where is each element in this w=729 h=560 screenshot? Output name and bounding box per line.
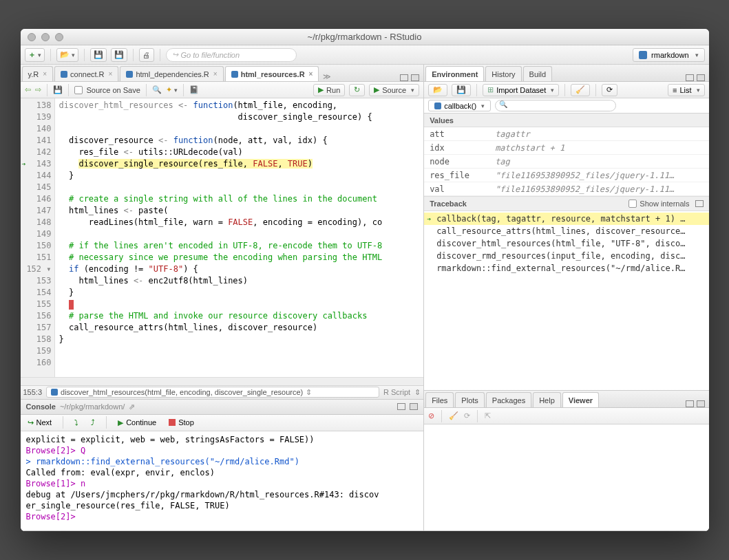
save-file-icon[interactable]	[53, 85, 63, 94]
source-tab[interactable]: html_dependencies.R×	[120, 66, 223, 81]
tab-build[interactable]: Build	[523, 66, 552, 81]
env-variable-row[interactable]: atttagattr	[424, 127, 708, 141]
maximize-pane-icon[interactable]	[411, 74, 419, 81]
source-tab[interactable]: connect.R×	[54, 66, 118, 81]
env-tabstrip: Environment History Build	[424, 65, 708, 82]
environment-scope-dropdown[interactable]: callback()	[428, 100, 491, 111]
env-variable-row[interactable]: val"file116953890952_files/jquery-1.11…	[424, 182, 708, 196]
show-internals-checkbox[interactable]: Show internals	[628, 200, 689, 208]
minimize-pane-icon[interactable]	[686, 74, 694, 81]
source-on-save-checkbox[interactable]	[74, 86, 83, 94]
viewer-tabstrip: Files Plots Packages Help Viewer	[424, 391, 708, 408]
nav-forward-icon[interactable]	[35, 85, 41, 94]
env-variable-row[interactable]: idxmatchstart + 1	[424, 141, 708, 155]
find-icon[interactable]	[152, 85, 162, 94]
tab-viewer[interactable]: Viewer	[562, 392, 599, 407]
minimize-pane-icon[interactable]	[400, 74, 408, 81]
collapse-traceback-icon[interactable]	[695, 200, 704, 207]
clear-viewer-icon[interactable]: 🧹	[449, 411, 458, 420]
more-tabs-button[interactable]: ≫	[319, 72, 335, 81]
refresh-icon: ⟳	[606, 85, 613, 94]
maximize-pane-icon[interactable]	[410, 403, 418, 410]
traceback-frame[interactable]: discover_rmd_resources(input_file, encod…	[424, 250, 708, 262]
maximize-pane-icon[interactable]	[697, 400, 705, 407]
notebook-icon[interactable]: 📓	[189, 85, 199, 94]
new-file-button[interactable]: ＋	[25, 48, 45, 62]
left-column: y.R× connect.R× html_dependencies.R× htm…	[21, 65, 425, 531]
viewer-content	[424, 424, 708, 530]
save-workspace-button[interactable]	[452, 84, 471, 96]
env-variable-row[interactable]: res_file"file116953890952_files/jquery-1…	[424, 169, 708, 182]
import-dataset-button[interactable]: ⊞Import Dataset	[483, 84, 559, 96]
step-out-button[interactable]: ⤴	[88, 417, 98, 428]
source-tab[interactable]: html_resources.R×	[225, 66, 319, 81]
refresh-env-button[interactable]: ⟳	[602, 84, 617, 96]
step-into-button[interactable]: ⤵	[72, 417, 81, 428]
source-button[interactable]: Source	[369, 84, 419, 96]
source-tab[interactable]: y.R×	[22, 66, 54, 81]
tab-history[interactable]: History	[485, 66, 521, 81]
remove-viewer-icon[interactable]: ⊘	[428, 411, 434, 420]
save-icon	[94, 50, 103, 59]
goto-dir-icon[interactable]: ⇗	[129, 402, 135, 411]
traceback-frame[interactable]: rmarkdown::find_external_resources("~/rm…	[424, 262, 708, 274]
step-out-icon: ⤴	[91, 418, 95, 427]
popout-viewer-icon[interactable]: ⇱	[485, 411, 491, 420]
tab-help[interactable]: Help	[533, 392, 561, 407]
file-type-label[interactable]: R Script	[383, 388, 410, 396]
close-icon[interactable]: ×	[43, 70, 47, 78]
code-tools-button[interactable]: ✦	[166, 85, 178, 94]
source-toolbar: Source on Save ✦ 📓 Run Source	[21, 82, 424, 98]
close-icon[interactable]: ×	[213, 70, 218, 78]
print-button[interactable]: 🖨	[139, 48, 154, 62]
run-button[interactable]: Run	[313, 84, 345, 96]
tab-files[interactable]: Files	[425, 392, 454, 407]
console-output[interactable]: explicit = explicit, web = web, stringsA…	[21, 431, 424, 530]
function-navigator[interactable]: discover_html_resources(html_file, encod…	[46, 387, 379, 398]
viewer-panel: Files Plots Packages Help Viewer ⊘ 🧹 ⟳	[424, 391, 708, 531]
refresh-viewer-icon[interactable]: ⟳	[464, 411, 470, 420]
debug-stop-button[interactable]: Stop	[166, 417, 197, 428]
clear-workspace-button[interactable]: 🧹	[571, 84, 590, 96]
minimize-pane-icon[interactable]	[397, 403, 405, 410]
code-editor[interactable]: 138139140141142➔143144145146147148149150…	[21, 98, 424, 377]
environment-panel: Environment History Build 📂 ⊞Import Data…	[424, 65, 708, 391]
maximize-pane-icon[interactable]	[697, 74, 705, 81]
console-panel: Console ~/r/pkg/rmarkdown/ ⇗ ↪Next ⤵ ⤴ ▶…	[21, 400, 424, 531]
traceback-frame[interactable]: call_resource_attrs(html_lines, discover…	[424, 225, 708, 237]
r-file-icon	[231, 71, 238, 78]
view-mode-button[interactable]: ≡List	[668, 84, 705, 96]
traceback-frame[interactable]: ➔callback(tag, tagattr, resource, matchs…	[424, 213, 708, 225]
main-toolbar: ＋ 📂 💾 🖨 ↪ Go to file/function rmarkdown	[21, 45, 709, 65]
horizontal-scrollbar[interactable]	[21, 377, 424, 385]
traceback-frame[interactable]: discover_html_resources(html_file, "UTF-…	[424, 237, 708, 250]
nav-back-icon[interactable]	[25, 85, 31, 94]
close-icon[interactable]: ×	[109, 70, 113, 78]
tab-plots[interactable]: Plots	[455, 392, 484, 407]
load-workspace-button[interactable]: 📂	[428, 84, 447, 96]
source-statusbar: 155:3 discover_html_resources(html_file,…	[21, 385, 424, 399]
minimize-pane-icon[interactable]	[686, 400, 694, 407]
titlebar: ~/r/pkg/rmarkdown - RStudio	[21, 29, 709, 45]
goto-file-function-input[interactable]: ↪ Go to file/function	[166, 48, 297, 62]
environment-search-input[interactable]	[495, 100, 616, 111]
line-number-gutter[interactable]: 138139140141142➔143144145146147148149150…	[21, 98, 55, 377]
continue-icon: ▶	[118, 418, 123, 427]
workspace: y.R× connect.R× html_dependencies.R× htm…	[21, 65, 709, 531]
close-icon[interactable]: ×	[309, 70, 313, 78]
folder-open-icon: 📂	[60, 50, 70, 59]
code-area[interactable]: discover_html_resources <- function(html…	[55, 98, 424, 377]
project-menu-button[interactable]: rmarkdown	[633, 48, 704, 62]
viewer-toolbar: ⊘ 🧹 ⟳ ⇱	[424, 408, 708, 424]
save-button[interactable]	[90, 48, 107, 62]
env-variable-row[interactable]: nodetag	[424, 155, 708, 169]
tab-packages[interactable]: Packages	[486, 392, 531, 407]
open-file-button[interactable]: 📂	[56, 48, 78, 62]
import-icon: ⊞	[487, 85, 494, 94]
save-all-button[interactable]: 💾	[111, 48, 127, 62]
function-icon	[51, 389, 58, 396]
tab-environment[interactable]: Environment	[425, 66, 484, 81]
debug-next-button[interactable]: ↪Next	[25, 417, 55, 429]
debug-continue-button[interactable]: ▶Continue	[115, 417, 159, 429]
rerun-button[interactable]	[349, 84, 365, 96]
